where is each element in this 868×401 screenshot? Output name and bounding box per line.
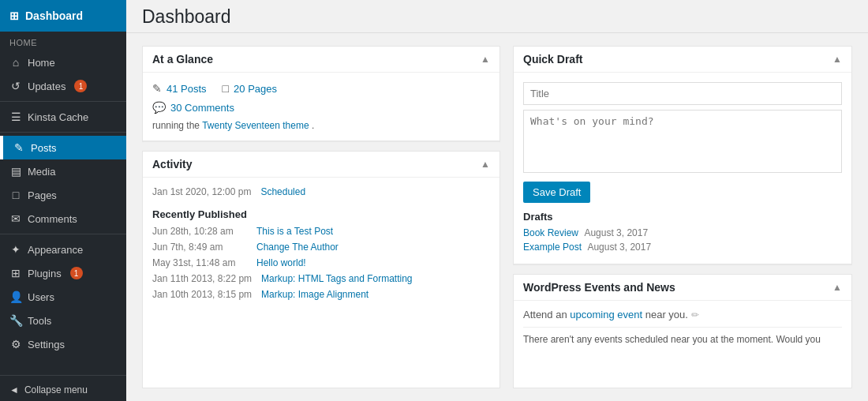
sidebar-item-plugins[interactable]: ⊞ Plugins 1 (0, 261, 126, 285)
posts-stat-icon: ✎ (152, 82, 162, 95)
activity-title: Activity (152, 158, 193, 171)
quick-draft-collapse[interactable]: ▲ (832, 54, 842, 65)
plugins-icon: ⊞ (9, 267, 22, 279)
no-events-text: There aren't any events scheduled near y… (523, 327, 842, 345)
activity-collapse[interactable]: ▲ (481, 159, 490, 170)
page-header: Dashboard (126, 0, 868, 33)
activity-body: Jan 1st 2020, 12:00 pm Scheduled Recentl… (143, 178, 499, 309)
draft-item-0: Book Review August 3, 2017 (523, 226, 842, 240)
activity-link-0[interactable]: This is a Test Post (256, 226, 333, 237)
activity-date-3: Jan 11th 2013, 8:22 pm (152, 273, 252, 284)
sidebar-item-home[interactable]: ⌂ Home (0, 51, 126, 74)
sidebar-item-pages[interactable]: □ Pages (0, 183, 126, 207)
updates-badge: 1 (74, 80, 87, 92)
at-a-glance-body: ✎ 41 Posts □ 20 Pages 💬 30 Comments ru (143, 73, 499, 141)
wp-events-collapse[interactable]: ▲ (832, 282, 842, 293)
tools-icon: 🔧 (9, 314, 22, 327)
media-icon: ▤ (9, 165, 22, 178)
sidebar-item-users[interactable]: 👤 Users (0, 285, 126, 309)
activity-row-1: Jun 7th, 8:49 am Change The Author (152, 239, 490, 255)
draft-date-0: August 3, 2017 (584, 227, 648, 238)
upcoming-event-link[interactable]: upcoming event (570, 309, 642, 320)
comments-stat: 💬 30 Comments (152, 101, 490, 114)
sidebar-collapse-menu[interactable]: ◄ Collapse menu (0, 379, 126, 401)
events-attend-text: Attend an upcoming event near you. ✏ (523, 309, 842, 320)
sidebar-item-comments-label: Comments (28, 213, 77, 225)
sidebar-item-tools[interactable]: 🔧 Tools (0, 309, 126, 332)
sidebar-item-media[interactable]: ▤ Media (0, 159, 126, 183)
recently-published-label: Recently Published (152, 208, 490, 220)
at-a-glance-widget: At a Glance ▲ ✎ 41 Posts □ 20 Pages (142, 46, 500, 141)
draft-body-input[interactable] (523, 110, 842, 173)
sidebar-divider-2 (0, 132, 126, 133)
activity-link-2[interactable]: Hello world! (256, 257, 306, 268)
comments-count-link[interactable]: 30 Comments (170, 102, 234, 114)
draft-link-1[interactable]: Example Post (523, 242, 582, 253)
sidebar-item-kinsta-label: Kinsta Cache (28, 111, 88, 123)
sidebar-divider-bottom (0, 375, 126, 376)
at-a-glance-collapse[interactable]: ▲ (481, 54, 490, 65)
sidebar-divider-3 (0, 234, 126, 234)
activity-link-1[interactable]: Change The Author (256, 242, 339, 253)
left-column: At a Glance ▲ ✎ 41 Posts □ 20 Pages (142, 46, 500, 388)
draft-item-1: Example Post August 3, 2017 (523, 240, 842, 254)
at-a-glance-title: At a Glance (152, 53, 213, 66)
sidebar-item-posts[interactable]: ✎ Posts (0, 136, 126, 159)
users-icon: 👤 (9, 290, 22, 303)
posts-item-wrapper: ✎ Posts All Posts Add New Categories Tag… (0, 136, 126, 159)
theme-link[interactable]: Twenty Seventeen theme (202, 120, 309, 131)
posts-icon: ✎ (13, 141, 25, 154)
wp-events-title: WordPress Events and News (523, 281, 675, 294)
plugins-badge: 1 (70, 267, 83, 279)
draft-date-1: August 3, 2017 (587, 242, 651, 253)
comments-icon: ✉ (9, 212, 22, 225)
sidebar-item-appearance[interactable]: ✦ Appearance (0, 238, 126, 261)
drafts-label: Drafts (523, 211, 842, 223)
sidebar-item-media-label: Media (28, 166, 55, 178)
sidebar-item-settings[interactable]: ⚙ Settings (0, 332, 126, 356)
attend-text: Attend an (523, 309, 567, 320)
draft-link-0[interactable]: Book Review (523, 227, 578, 238)
quick-draft-header: Quick Draft ▲ (514, 47, 851, 73)
draft-title-input[interactable] (523, 82, 842, 105)
activity-row-4: Jan 10th 2013, 8:15 pm Markup: Image Ali… (152, 287, 490, 302)
activity-row-2: May 31st, 11:48 am Hello world! (152, 255, 490, 271)
content-area: At a Glance ▲ ✎ 41 Posts □ 20 Pages (126, 33, 868, 401)
posts-stat: ✎ 41 Posts (152, 82, 207, 95)
home-icon: ⌂ (9, 56, 22, 69)
main-content: Dashboard At a Glance ▲ ✎ 41 Posts (126, 0, 868, 401)
sidebar: ⊞ Dashboard Home ⌂ Home ↺ Updates 1 ☰ Ki… (0, 0, 126, 401)
pages-count-link[interactable]: 20 Pages (234, 83, 277, 95)
pages-icon: □ (9, 189, 22, 201)
sidebar-item-users-label: Users (28, 291, 54, 303)
sidebar-brand-label: Dashboard (25, 9, 83, 22)
sidebar-divider-1 (0, 101, 126, 102)
at-glance-stats: ✎ 41 Posts □ 20 Pages (152, 82, 490, 95)
events-edit-icon[interactable]: ✏ (691, 309, 699, 320)
posts-count-link[interactable]: 41 Posts (166, 83, 207, 95)
sidebar-item-kinsta-cache[interactable]: ☰ Kinsta Cache (0, 105, 126, 129)
activity-link-4[interactable]: Markup: Image Alignment (261, 289, 369, 300)
appearance-icon: ✦ (9, 243, 22, 256)
sidebar-item-comments[interactable]: ✉ Comments (0, 207, 126, 230)
drafts-section: Drafts Book Review August 3, 2017 Exampl… (523, 211, 842, 254)
theme-period: . (312, 120, 314, 131)
wp-events-body: Attend an upcoming event near you. ✏ The… (514, 301, 851, 353)
pages-stat: □ 20 Pages (223, 82, 277, 95)
pages-stat-icon: □ (223, 82, 229, 95)
at-a-glance-header: At a Glance ▲ (143, 47, 499, 73)
sidebar-item-updates[interactable]: ↺ Updates 1 (0, 74, 126, 98)
activity-link-3[interactable]: Markup: HTML Tags and Formatting (261, 273, 412, 284)
right-column: Quick Draft ▲ Save Draft Drafts Book Rev… (513, 46, 852, 388)
activity-date-4: Jan 10th 2013, 8:15 pm (152, 289, 252, 300)
activity-header: Activity ▲ (143, 152, 499, 178)
save-draft-button[interactable]: Save Draft (523, 182, 590, 203)
scheduled-date: Jan 1st 2020, 12:00 pm (152, 186, 251, 197)
theme-text: running the (152, 120, 200, 131)
sidebar-item-plugins-label: Plugins (28, 268, 62, 279)
quick-draft-title: Quick Draft (523, 53, 582, 66)
sidebar-item-appearance-label: Appearance (28, 244, 83, 256)
activity-row-0: Jun 28th, 10:28 am This is a Test Post (152, 223, 490, 239)
home-section-label: Home (0, 32, 126, 51)
sidebar-item-updates-label: Updates (28, 81, 65, 92)
